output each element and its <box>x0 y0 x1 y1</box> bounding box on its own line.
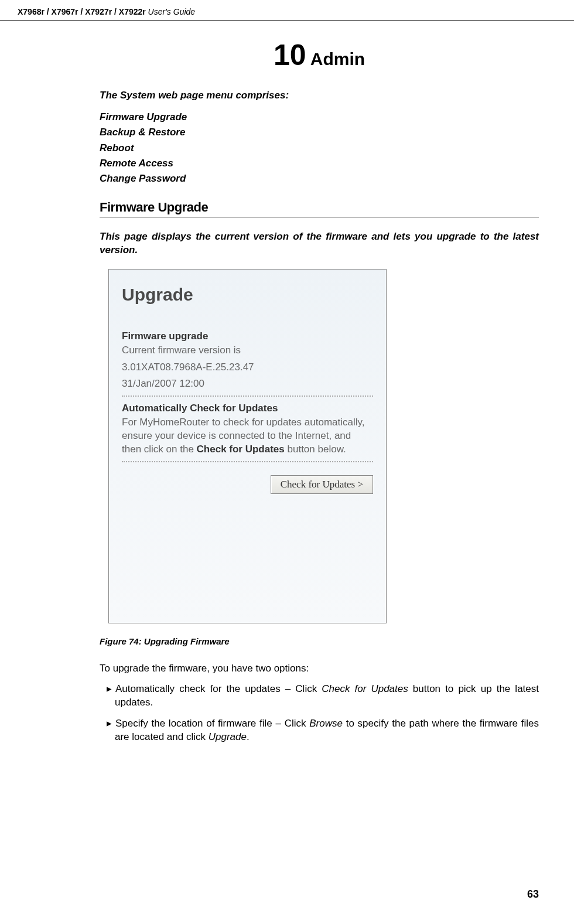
menu-list: Firmware Upgrade Backup & Restore Reboot… <box>100 110 539 187</box>
bullet-post: . <box>247 731 250 742</box>
firmware-upgrade-heading: Firmware upgrade <box>122 330 373 342</box>
separator <box>122 461 373 462</box>
menu-item: Reboot <box>100 141 539 156</box>
firmware-version-line2: 3.01XAT08.7968A-E.25.23.47 <box>122 361 373 374</box>
body-intro: To upgrade the firmware, you have two op… <box>100 663 539 674</box>
section-description: This page displays the current version o… <box>100 230 539 257</box>
bullet-pre: Specify the location of firmware file – … <box>115 718 309 729</box>
firmware-version-line3: 31/Jan/2007 12:00 <box>122 377 373 391</box>
bullet-italic: Browse <box>309 718 343 729</box>
auto-check-heading: Automatically Check for Updates <box>122 403 373 414</box>
firmware-version-line1: Current firmware version is <box>122 344 373 357</box>
header-models: X7968r / X7967r / X7927r / X7922r <box>18 7 146 16</box>
figure-caption: Figure 74: Upgrading Firmware <box>100 636 539 646</box>
page-number: 63 <box>527 888 539 901</box>
auto-body-bold: Check for Updates <box>197 444 285 455</box>
chapter-title: 10 Admin <box>100 38 539 72</box>
firmware-upgrade-screenshot: Upgrade Firmware upgrade Current firmwar… <box>108 269 387 623</box>
menu-item: Backup & Restore <box>100 125 539 140</box>
menu-item: Remote Access <box>100 156 539 171</box>
bullet-item: ▸Automatically check for the updates – C… <box>100 683 539 710</box>
bullet-italic: Check for Updates <box>322 683 408 694</box>
bullet-pre: Automatically check for the updates – Cl… <box>115 683 322 694</box>
chapter-name: Admin <box>306 49 365 69</box>
screenshot-title: Upgrade <box>122 285 373 305</box>
intro-text: The System web page menu comprises: <box>100 90 539 101</box>
bullet-italic2: Upgrade <box>209 731 247 742</box>
menu-item: Change Password <box>100 171 539 186</box>
chapter-number: 10 <box>274 39 306 71</box>
auto-body-post: button below. <box>285 444 346 455</box>
triangle-bullet-icon: ▸ <box>107 718 112 729</box>
page-header: X7968r / X7967r / X7927r / X7922r User's… <box>0 0 574 21</box>
header-guide: User's Guide <box>146 7 195 16</box>
section-heading: Firmware Upgrade <box>100 200 539 217</box>
bullet-item: ▸Specify the location of firmware file –… <box>100 717 539 744</box>
check-for-updates-button[interactable]: Check for Updates > <box>271 475 373 494</box>
triangle-bullet-icon: ▸ <box>107 683 112 694</box>
page-content: 10 Admin The System web page menu compri… <box>0 21 574 744</box>
separator <box>122 395 373 397</box>
auto-check-body: For MyHomeRouter to check for updates au… <box>122 416 373 456</box>
menu-item: Firmware Upgrade <box>100 110 539 125</box>
